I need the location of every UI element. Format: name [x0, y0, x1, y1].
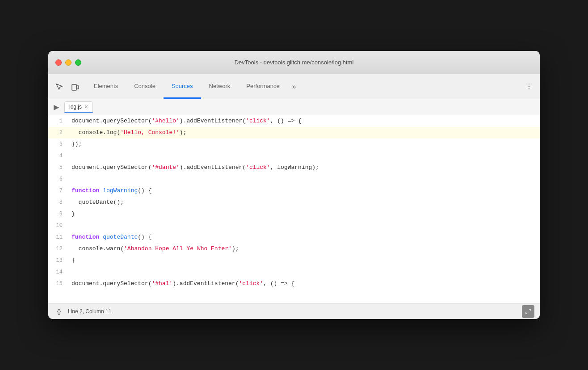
- traffic-lights: [55, 59, 81, 66]
- code-line-7: 7function logWarning() {: [48, 185, 540, 197]
- line-number: 9: [48, 208, 70, 220]
- line-content: [70, 266, 540, 278]
- code-line-6: 6: [48, 173, 540, 185]
- line-number: 14: [48, 266, 70, 278]
- line-content: document.querySelector('#dante').addEven…: [70, 162, 540, 173]
- expand-console-button[interactable]: [522, 305, 534, 318]
- code-line-3: 3});: [48, 139, 540, 150]
- file-tab-close-icon[interactable]: ×: [84, 104, 88, 110]
- devtools-toolbar: Elements Console Sources Network Perform…: [48, 74, 540, 99]
- line-content: quoteDante();: [70, 197, 540, 208]
- line-content: function logWarning() {: [70, 185, 540, 197]
- file-tab-logjs[interactable]: log.js ×: [64, 101, 93, 113]
- device-toolbar-icon[interactable]: [68, 80, 82, 94]
- code-line-14: 14: [48, 266, 540, 278]
- devtools-window: DevTools - devtools.glitch.me/console/lo…: [48, 51, 540, 319]
- code-line-12: 12 console.warn('Abandon Hope All Ye Who…: [48, 243, 540, 255]
- window-title: DevTools - devtools.glitch.me/console/lo…: [235, 59, 354, 66]
- tab-elements[interactable]: Elements: [86, 74, 126, 99]
- file-tab-name: log.js: [69, 104, 82, 110]
- titlebar: DevTools - devtools.glitch.me/console/lo…: [48, 51, 540, 74]
- line-content: console.warn('Abandon Hope All Ye Who En…: [70, 243, 540, 255]
- code-line-1: 1document.querySelector('#hello').addEve…: [48, 115, 540, 127]
- code-line-9: 9}: [48, 208, 540, 220]
- tab-network[interactable]: Network: [201, 74, 239, 99]
- line-number: 10: [48, 220, 70, 231]
- format-code-button[interactable]: {}: [54, 306, 64, 317]
- close-button[interactable]: [55, 59, 62, 66]
- line-number: 2: [48, 127, 70, 139]
- code-line-8: 8 quoteDante();: [48, 197, 540, 208]
- devtools-menu-button[interactable]: ⋮: [522, 80, 536, 94]
- status-bar: {} Line 2, Column 11: [48, 303, 540, 319]
- line-content: });: [70, 139, 540, 150]
- line-content: [70, 150, 540, 162]
- code-editor[interactable]: 1document.querySelector('#hello').addEve…: [48, 115, 540, 303]
- line-content: [70, 173, 540, 185]
- line-content: }: [70, 208, 540, 220]
- line-number: 8: [48, 197, 70, 208]
- tab-console[interactable]: Console: [126, 74, 164, 99]
- line-number: 13: [48, 255, 70, 266]
- line-content: }: [70, 255, 540, 266]
- line-content: document.querySelector('#hello').addEven…: [70, 115, 540, 127]
- file-tabs-bar: ▶ log.js ×: [48, 99, 540, 115]
- maximize-button[interactable]: [75, 59, 81, 66]
- svg-rect-0: [72, 84, 76, 90]
- file-panel-toggle[interactable]: ▶: [50, 101, 63, 114]
- code-line-2: 2 console.log('Hello, Console!');: [48, 127, 540, 139]
- line-number: 7: [48, 185, 70, 197]
- code-line-5: 5document.querySelector('#dante').addEve…: [48, 162, 540, 173]
- code-line-15: 15document.querySelector('#hal').addEven…: [48, 278, 540, 290]
- minimize-button[interactable]: [65, 59, 71, 66]
- line-number: 11: [48, 231, 70, 243]
- line-content: document.querySelector('#hal').addEventL…: [70, 278, 540, 290]
- code-line-10: 10: [48, 220, 540, 231]
- line-number: 5: [48, 162, 70, 173]
- code-line-4: 4: [48, 150, 540, 162]
- more-tabs-button[interactable]: »: [288, 74, 301, 99]
- code-line-11: 11function quoteDante() {: [48, 231, 540, 243]
- line-content: console.log('Hello, Console!');: [70, 127, 540, 139]
- line-number: 12: [48, 243, 70, 255]
- tab-performance[interactable]: Performance: [238, 74, 287, 99]
- select-element-icon[interactable]: [52, 80, 66, 94]
- line-number: 3: [48, 139, 70, 150]
- line-number: 15: [48, 278, 70, 290]
- svg-rect-1: [77, 86, 79, 89]
- code-line-13: 13}: [48, 255, 540, 266]
- line-number: 4: [48, 150, 70, 162]
- tab-sources[interactable]: Sources: [164, 74, 201, 99]
- line-content: function quoteDante() {: [70, 231, 540, 243]
- line-content: [70, 220, 540, 231]
- toolbar-icons: [52, 80, 82, 94]
- line-number: 6: [48, 173, 70, 185]
- devtools-tabs: Elements Console Sources Network Perform…: [86, 74, 522, 99]
- cursor-position: Line 2, Column 11: [68, 308, 518, 315]
- line-number: 1: [48, 115, 70, 127]
